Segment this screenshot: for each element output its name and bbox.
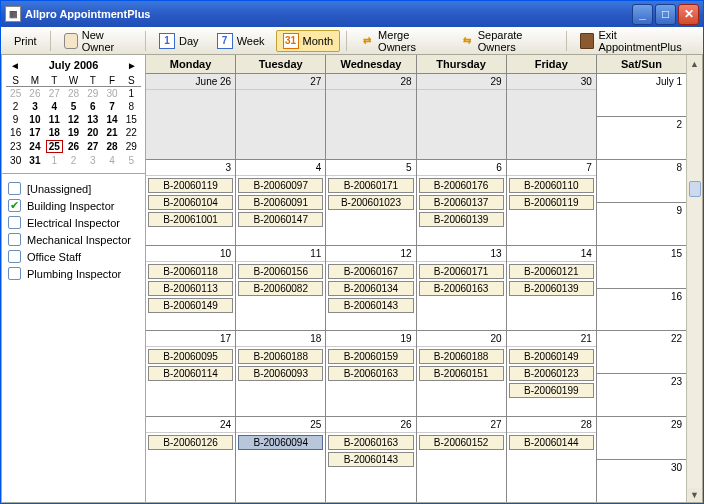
appointment[interactable]: B-20060199	[509, 383, 594, 398]
mini-cal-day[interactable]: 5	[122, 154, 141, 167]
day-number[interactable]: 29	[417, 74, 506, 90]
mini-cal-day[interactable]: 29	[122, 139, 141, 154]
appointment[interactable]: B-20060121	[509, 264, 594, 279]
day-number[interactable]: 28	[507, 417, 596, 433]
filter-row[interactable]: [Unassigned]	[8, 180, 139, 197]
appointment[interactable]: B-20060093	[238, 366, 323, 381]
print-button[interactable]: Print	[7, 32, 44, 50]
day-cell[interactable]: 30	[507, 74, 597, 159]
appointment[interactable]: B-20060149	[148, 298, 233, 313]
day-cell[interactable]: 11B-20060156B-20060082	[236, 246, 326, 331]
appointment[interactable]: B-20060119	[148, 178, 233, 193]
day-cell[interactable]: 25B-20060094	[236, 417, 326, 502]
day-cell[interactable]: 10B-20060118B-20060113B-20060149	[146, 246, 236, 331]
day-number[interactable]: 15	[597, 246, 686, 261]
mini-cal-day[interactable]: 30	[102, 87, 121, 101]
day-number[interactable]: 27	[236, 74, 325, 90]
mini-cal-day[interactable]: 30	[6, 154, 25, 167]
scroll-down-button[interactable]: ▼	[690, 488, 699, 502]
appointment[interactable]: B-20060113	[148, 281, 233, 296]
saturday-cell[interactable]: July 1	[597, 74, 686, 117]
mini-cal-day[interactable]: 27	[45, 87, 64, 101]
mini-cal-day[interactable]: 29	[83, 87, 102, 101]
sunday-cell[interactable]: 16	[597, 289, 686, 331]
day-number[interactable]: 29	[597, 417, 686, 432]
appointment[interactable]: B-20060188	[419, 349, 504, 364]
appointment[interactable]: B-20060094	[238, 435, 323, 450]
mini-cal-day[interactable]: 23	[6, 139, 25, 154]
appointment[interactable]: B-20061001	[148, 212, 233, 227]
day-number[interactable]: 20	[417, 331, 506, 347]
day-cell[interactable]: 18B-20060188B-20060093	[236, 331, 326, 416]
scroll-track[interactable]	[688, 71, 702, 488]
appointment[interactable]: B-20060091	[238, 195, 323, 210]
day-cell[interactable]: 20B-20060188B-20060151	[417, 331, 507, 416]
mini-cal-day[interactable]: 18	[45, 126, 64, 139]
week-view-button[interactable]: 7Week	[210, 30, 272, 52]
scroll-thumb[interactable]	[689, 181, 701, 197]
exit-button[interactable]: Exit AppointmentPlus	[573, 26, 697, 56]
day-number[interactable]: 18	[236, 331, 325, 347]
appointment[interactable]: B-20060123	[509, 366, 594, 381]
appointment[interactable]: B-20060167	[328, 264, 413, 279]
mini-cal-day[interactable]: 26	[64, 139, 83, 154]
day-cell[interactable]: 26B-20060163B-20060143	[326, 417, 416, 502]
next-month-button[interactable]: ►	[123, 60, 141, 71]
close-button[interactable]: ✕	[678, 4, 699, 25]
mini-cal-day[interactable]: 1	[45, 154, 64, 167]
checkbox[interactable]	[8, 250, 21, 263]
day-cell[interactable]: 4B-20060097B-20060091B-20060147	[236, 160, 326, 245]
merge-owners-button[interactable]: ⇄Merge Owners	[353, 26, 449, 56]
appointment[interactable]: B-20060143	[328, 452, 413, 467]
mini-cal-day[interactable]: 2	[6, 100, 25, 113]
day-number[interactable]: 3	[146, 160, 235, 176]
appointment[interactable]: B-20060118	[148, 264, 233, 279]
mini-cal-day[interactable]: 9	[6, 113, 25, 126]
saturday-cell[interactable]: 8	[597, 160, 686, 203]
day-number[interactable]: 9	[597, 203, 686, 218]
appointment[interactable]: B-20060137	[419, 195, 504, 210]
minimize-button[interactable]: _	[632, 4, 653, 25]
saturday-cell[interactable]: 15	[597, 246, 686, 289]
day-number[interactable]: 24	[146, 417, 235, 433]
appointment[interactable]: B-20060126	[148, 435, 233, 450]
sunday-cell[interactable]: 30	[597, 460, 686, 502]
day-number[interactable]: 23	[597, 374, 686, 389]
day-cell[interactable]: 6B-20060176B-20060137B-20060139	[417, 160, 507, 245]
day-number[interactable]: 21	[507, 331, 596, 347]
mini-cal-day[interactable]: 16	[6, 126, 25, 139]
appointment[interactable]: B-20060163	[328, 435, 413, 450]
mini-cal-day[interactable]: 10	[25, 113, 44, 126]
mini-cal-day[interactable]: 17	[25, 126, 44, 139]
day-number[interactable]: 16	[597, 289, 686, 304]
day-number[interactable]: 7	[507, 160, 596, 176]
filter-row[interactable]: ✔Building Inspector	[8, 197, 139, 214]
appointment[interactable]: B-20060171	[328, 178, 413, 193]
day-cell[interactable]: 5B-20060171B-200601023	[326, 160, 416, 245]
day-number[interactable]: 22	[597, 331, 686, 346]
sunday-cell[interactable]: 23	[597, 374, 686, 416]
day-cell[interactable]: 7B-20060110B-20060119	[507, 160, 597, 245]
sunday-cell[interactable]: 9	[597, 203, 686, 245]
saturday-cell[interactable]: 29	[597, 417, 686, 460]
appointment[interactable]: B-20060095	[148, 349, 233, 364]
filter-row[interactable]: Mechanical Inspector	[8, 231, 139, 248]
appointment[interactable]: B-20060110	[509, 178, 594, 193]
scroll-up-button[interactable]: ▲	[690, 57, 699, 71]
day-cell[interactable]: 19B-20060159B-20060163	[326, 331, 416, 416]
appointment[interactable]: B-20060097	[238, 178, 323, 193]
day-view-button[interactable]: 1Day	[152, 30, 206, 52]
mini-cal-day[interactable]: 7	[102, 100, 121, 113]
mini-cal-day[interactable]: 11	[45, 113, 64, 126]
mini-cal-day[interactable]: 8	[122, 100, 141, 113]
filter-row[interactable]: Office Staff	[8, 248, 139, 265]
sunday-cell[interactable]: 2	[597, 117, 686, 159]
day-cell[interactable]: 29	[417, 74, 507, 159]
filter-row[interactable]: Plumbing Inspector	[8, 265, 139, 282]
appointment[interactable]: B-20060119	[509, 195, 594, 210]
mini-cal-day[interactable]: 21	[102, 126, 121, 139]
prev-month-button[interactable]: ◄	[6, 60, 24, 71]
day-number[interactable]: 5	[326, 160, 415, 176]
appointment[interactable]: B-20060159	[328, 349, 413, 364]
mini-cal-day[interactable]: 28	[64, 87, 83, 101]
